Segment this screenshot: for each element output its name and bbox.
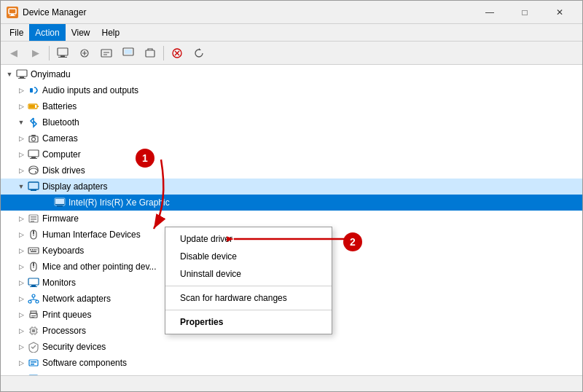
svg-rect-19 xyxy=(29,105,35,108)
processors-label: Processors xyxy=(42,326,86,336)
svg-rect-7 xyxy=(101,50,111,57)
cameras-toggle[interactable]: ▷ xyxy=(15,133,27,144)
print-label: Print queues xyxy=(42,310,91,320)
tree-item-cameras[interactable]: ▷ Cameras xyxy=(1,130,582,146)
tree-item-batteries[interactable]: ▷ Batteries xyxy=(1,98,582,114)
tree-item-audio[interactable]: ▷ Audio inputs and outputs xyxy=(1,82,582,98)
mice-toggle[interactable]: ▷ xyxy=(15,261,27,273)
monitors-toggle[interactable]: ▷ xyxy=(15,277,27,289)
sw-components-toggle[interactable]: ▷ xyxy=(15,357,27,369)
tree-item-disk[interactable]: ▷ Disk drives xyxy=(1,162,582,179)
menu-help[interactable]: Help xyxy=(96,24,126,41)
security-label: Security devices xyxy=(42,342,106,352)
close-button[interactable]: ✕ xyxy=(543,2,576,23)
svg-rect-36 xyxy=(31,221,34,222)
menu-view[interactable]: View xyxy=(66,24,96,41)
bluetooth-toggle[interactable]: ▼ xyxy=(15,117,27,128)
svg-rect-18 xyxy=(37,106,39,107)
title-bar: Device Manager — □ ✕ xyxy=(1,1,582,24)
device-tree[interactable]: ▼ Onyimadu ▷ Audio inputs and outputs ▷ xyxy=(1,65,582,375)
tree-item-firmware[interactable]: ▷ Firmware xyxy=(1,211,582,227)
status-bar xyxy=(1,375,582,391)
tree-item-security[interactable]: ▷ Security devices xyxy=(1,339,582,355)
hid-label: Human Interface Devices xyxy=(42,230,141,240)
toolbar-btn-refresh[interactable] xyxy=(189,44,209,63)
toolbar-btn-4[interactable] xyxy=(118,44,138,63)
audio-label: Audio inputs and outputs xyxy=(42,85,138,95)
tree-root[interactable]: ▼ Onyimadu xyxy=(1,66,582,82)
svg-point-52 xyxy=(32,294,35,297)
batteries-toggle[interactable]: ▷ xyxy=(15,101,27,112)
minimize-button[interactable]: — xyxy=(473,2,506,23)
svg-point-25 xyxy=(29,168,38,174)
svg-rect-22 xyxy=(28,150,39,157)
toolbar-btn-1[interactable] xyxy=(52,44,73,63)
svg-rect-5 xyxy=(58,57,67,58)
disk-toggle[interactable]: ▷ xyxy=(15,165,27,176)
toolbar-btn-3[interactable] xyxy=(96,44,117,63)
svg-rect-16 xyxy=(30,88,33,93)
menu-file[interactable]: File xyxy=(4,24,29,41)
display-icon xyxy=(27,180,40,193)
forward-button[interactable]: ▶ xyxy=(26,44,46,63)
disk-label: Disk drives xyxy=(42,165,85,176)
svg-point-21 xyxy=(32,138,36,141)
svg-rect-50 xyxy=(31,285,36,286)
tree-item-computer[interactable]: ▷ Computer xyxy=(1,146,582,162)
security-toggle[interactable]: ▷ xyxy=(15,341,27,353)
monitor-icon xyxy=(27,276,40,289)
computer-toggle[interactable]: ▷ xyxy=(15,149,27,160)
sw-devices-label: Software devices xyxy=(42,374,109,375)
toolbar-btn-2[interactable] xyxy=(74,44,95,63)
battery-icon xyxy=(27,100,40,113)
firmware-toggle[interactable]: ▷ xyxy=(15,213,27,224)
toolbar-btn-cancel[interactable] xyxy=(167,44,187,63)
firmware-icon xyxy=(27,212,40,225)
mice-icon xyxy=(27,260,40,273)
root-label: Onyimadu xyxy=(31,69,71,79)
display-toggle[interactable]: ▼ xyxy=(15,181,27,192)
root-toggle[interactable]: ▼ xyxy=(4,68,15,80)
sw-devices-toggle[interactable]: ▷ xyxy=(15,373,27,375)
tree-item-intel-graphics[interactable]: Intel(R) Iris(R) Xe Graphic xyxy=(1,195,582,211)
svg-rect-38 xyxy=(33,230,34,234)
toolbar-separator-2 xyxy=(163,46,164,60)
menu-action[interactable]: Action xyxy=(29,24,65,41)
network-toggle[interactable]: ▷ xyxy=(15,293,27,305)
print-icon xyxy=(27,308,40,321)
context-menu-update-driver[interactable]: Update driver xyxy=(165,230,332,248)
app-icon xyxy=(7,7,18,18)
tree-item-software-devices[interactable]: ▷ Software devices xyxy=(1,371,582,375)
tree-item-software-components[interactable]: ▷ Software components xyxy=(1,355,582,371)
cameras-label: Cameras xyxy=(42,133,78,144)
hid-toggle[interactable]: ▷ xyxy=(15,229,27,240)
hid-icon xyxy=(27,228,40,241)
context-menu-uninstall-device[interactable]: Uninstall device xyxy=(165,265,332,283)
maximize-button[interactable]: □ xyxy=(508,2,541,23)
svg-rect-56 xyxy=(31,311,36,313)
svg-rect-2 xyxy=(9,15,15,16)
keyboards-toggle[interactable]: ▷ xyxy=(15,245,27,256)
audio-toggle[interactable]: ▷ xyxy=(15,85,27,96)
processors-toggle[interactable]: ▷ xyxy=(15,325,27,337)
svg-rect-45 xyxy=(31,251,36,253)
print-toggle[interactable]: ▷ xyxy=(15,309,27,321)
tree-item-bluetooth[interactable]: ▼ Bluetooth xyxy=(1,114,582,130)
context-menu-scan[interactable]: Scan for hardware changes xyxy=(165,289,332,307)
back-button[interactable]: ◀ xyxy=(4,44,24,63)
svg-rect-23 xyxy=(31,157,36,158)
display-label: Display adapters xyxy=(42,181,107,192)
context-menu-properties[interactable]: Properties xyxy=(165,313,332,331)
toolbar-btn-5[interactable] xyxy=(140,44,160,63)
tree-item-display[interactable]: ▼ Display adapters xyxy=(1,179,582,195)
graphics-toggle xyxy=(42,197,53,208)
svg-rect-58 xyxy=(31,317,34,318)
svg-rect-43 xyxy=(34,249,36,251)
svg-rect-24 xyxy=(30,158,37,159)
computer-tree-icon xyxy=(27,148,40,161)
svg-point-59 xyxy=(36,314,37,315)
context-menu-disable-device[interactable]: Disable device xyxy=(165,248,332,265)
svg-rect-57 xyxy=(31,315,36,316)
device-manager-window: Device Manager — □ ✕ File Action View He… xyxy=(0,0,583,392)
sw-components-label: Software components xyxy=(42,358,127,368)
